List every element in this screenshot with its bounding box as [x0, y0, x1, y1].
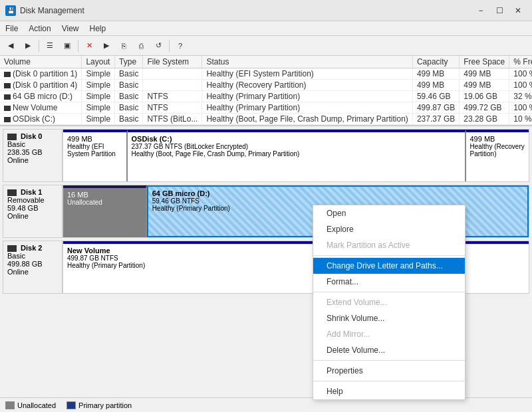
col-layout: Layout	[82, 56, 115, 68]
col-free: Free Space	[460, 56, 509, 68]
disk-2-icon-row: Disk 2	[7, 244, 58, 252]
context-menu-item: Add Mirror...	[313, 326, 465, 342]
context-separator	[313, 381, 465, 381]
menu-view[interactable]: View	[57, 23, 84, 35]
help-button[interactable]: ?	[172, 39, 188, 53]
volume-table: Volume Layout Type File System Status Ca…	[0, 56, 532, 126]
legend-unallocated-label: Unallocated	[17, 401, 56, 409]
context-menu-item[interactable]: Format...	[313, 274, 465, 290]
disk-2-type: Basic	[7, 252, 58, 260]
table-row[interactable]: (Disk 0 partition 4) Simple Basic Health…	[0, 80, 532, 91]
context-menu-item: Extend Volume...	[313, 294, 465, 310]
disk-1-part-0[interactable]: 16 MB Unallocated	[63, 185, 147, 237]
properties-button[interactable]: ☰	[42, 39, 58, 53]
map-button[interactable]: ▶	[98, 39, 114, 53]
copy-button[interactable]: ⎘	[116, 39, 132, 53]
col-pct: % Free	[509, 56, 532, 68]
table-row[interactable]: (Disk 0 partition 1) Simple Basic Health…	[0, 68, 532, 80]
disk-0-id: Disk 0	[21, 132, 42, 140]
menu-bar: File Action View Help	[0, 21, 532, 36]
disk-0-part-2[interactable]: 499 MB Healthy (Recovery Partition)	[466, 130, 529, 181]
minimize-button[interactable]: −	[472, 4, 489, 17]
disk-0-part-0[interactable]: 499 MB Healthy (EFI System Partition	[63, 130, 128, 181]
legend-primary-box	[66, 401, 76, 409]
context-menu-item[interactable]: Properties	[313, 363, 465, 379]
disk-0-type: Basic	[7, 140, 58, 148]
legend-unallocated: Unallocated	[5, 401, 56, 409]
title-bar: 💾 Disk Management − ☐ ✕	[0, 0, 532, 21]
disk-0-partitions: 499 MB Healthy (EFI System Partition OSD…	[63, 129, 529, 182]
separator-1	[39, 40, 39, 52]
disk-0-icon-row: Disk 0	[7, 132, 58, 140]
context-separator	[313, 255, 465, 256]
maximize-button[interactable]: ☐	[491, 4, 508, 17]
disk-1-size: 59.48 GB	[7, 204, 58, 212]
table-row[interactable]: New Volume Simple Basic NTFS Healthy (Pr…	[0, 102, 532, 114]
col-capacity: Capacity	[412, 56, 459, 68]
legend-unallocated-box	[5, 401, 15, 409]
title-bar-left: 💾 Disk Management	[5, 5, 84, 16]
disk-0-size: 238.35 GB	[7, 148, 58, 156]
disk-0-label: Disk 0 Basic 238.35 GB Online	[3, 129, 63, 182]
menu-action[interactable]: Action	[23, 23, 56, 35]
paste-button[interactable]: ⎙	[133, 39, 149, 53]
legend-primary-label: Primary partition	[78, 401, 132, 409]
undo-button[interactable]: ↺	[150, 39, 166, 53]
disk-0-status: Online	[7, 156, 58, 164]
col-fs: File System	[143, 56, 202, 68]
disk-2-label: Disk 2 Basic 499.88 GB Online	[3, 241, 63, 294]
context-menu-item: Mark Partition as Active	[313, 237, 465, 253]
disk-1-id: Disk 1	[21, 188, 42, 196]
close-button[interactable]: ✕	[509, 4, 527, 17]
table-row[interactable]: 64 GB micro (D:) Simple Basic NTFS Healt…	[0, 91, 532, 102]
context-separator	[313, 360, 465, 361]
col-status: Status	[202, 56, 412, 68]
delete-button[interactable]: ✕	[81, 39, 97, 53]
forward-button[interactable]: ▶	[20, 39, 36, 53]
context-separator	[313, 292, 465, 292]
context-menu-item[interactable]: Explore	[313, 221, 465, 237]
disk-0-row: Disk 0 Basic 238.35 GB Online 499 MB Hea…	[3, 129, 529, 182]
toolbar: ◀ ▶ ☰ ▣ ✕ ▶ ⎘ ⎙ ↺ ?	[0, 36, 532, 56]
context-menu-item[interactable]: Open	[313, 205, 465, 221]
context-menu-item[interactable]: Change Drive Letter and Paths...	[313, 258, 465, 274]
title-controls[interactable]: − ☐ ✕	[472, 4, 527, 17]
table-row[interactable]: OSDisk (C:) Simple Basic NTFS (BitLo... …	[0, 114, 532, 125]
separator-2	[78, 40, 78, 52]
context-menu-item[interactable]: Delete Volume...	[313, 342, 465, 358]
disk-2-status: Online	[7, 268, 58, 276]
window-title: Disk Management	[20, 6, 84, 15]
refresh-button[interactable]: ▣	[59, 39, 75, 53]
disk-1-status: Online	[7, 212, 58, 220]
disk-2-id: Disk 2	[21, 244, 42, 252]
col-volume: Volume	[0, 56, 82, 68]
context-menu-item[interactable]: Help	[313, 383, 465, 399]
disk-2-size: 499.88 GB	[7, 260, 58, 268]
app-icon: 💾	[5, 5, 16, 16]
col-type: Type	[115, 56, 143, 68]
menu-file[interactable]: File	[0, 23, 23, 35]
context-menu: OpenExploreMark Partition as ActiveChang…	[313, 205, 466, 400]
disk-1-label: Disk 1 Removable 59.48 GB Online	[3, 185, 63, 238]
back-button[interactable]: ◀	[3, 39, 19, 53]
disk-1-type: Removable	[7, 196, 58, 204]
disk-1-icon-row: Disk 1	[7, 188, 58, 196]
disk-0-part-1[interactable]: OSDisk (C:) 237.37 GB NTFS (BitLocker En…	[128, 130, 466, 181]
legend-primary: Primary partition	[66, 401, 132, 409]
context-menu-item[interactable]: Shrink Volume...	[313, 310, 465, 326]
separator-3	[169, 40, 170, 52]
menu-help[interactable]: Help	[84, 23, 112, 35]
